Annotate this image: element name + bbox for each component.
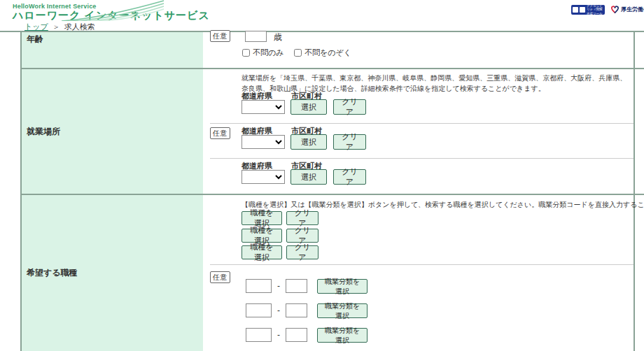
job-select-button[interactable]: 職種を選択 <box>241 245 282 259</box>
accessibility-text-icon <box>580 7 585 13</box>
age-row-label: 年齢 <box>27 34 43 44</box>
accessibility-tool-badge[interactable]: アクセシビリティ閲覧支援ツール <box>571 5 605 15</box>
location-row-label: 就業場所 <box>27 126 60 138</box>
classification-select-button[interactable]: 職業分類を選択 <box>317 328 368 343</box>
job-clear-button[interactable]: クリア <box>286 211 318 225</box>
municipality-clear-button[interactable]: クリア <box>333 134 366 150</box>
page: HelloWork Internet Service ハローワーク インターネッ… <box>0 0 644 351</box>
optional-badge: 任意 <box>210 127 230 139</box>
code-separator: - <box>277 281 280 291</box>
classification-code-input-major[interactable] <box>246 303 272 317</box>
age-unit-label: 歳 <box>274 31 282 43</box>
age-row-label-cell: 年齢 <box>22 32 203 68</box>
optional-badge: 任意 <box>210 271 230 283</box>
accessibility-badge-label: アクセシビリティ閲覧支援ツール <box>587 4 603 15</box>
municipality-select-button[interactable]: 選択 <box>290 134 327 150</box>
job-clear-button[interactable]: クリア <box>286 229 318 243</box>
job-clear-button[interactable]: クリア <box>286 245 318 259</box>
job-select-button[interactable]: 職種を選択 <box>241 229 282 243</box>
age-fumon-only-label: 不問のみ <box>253 48 284 58</box>
mhlw-heart-icon <box>610 5 620 14</box>
breadcrumb-separator: ＞ <box>52 22 60 31</box>
municipality-clear-button[interactable]: クリア <box>333 169 366 185</box>
age-fumon-exclude-checkbox[interactable] <box>294 49 302 57</box>
location-row-label-cell: 就業場所 <box>22 69 203 194</box>
classification-code-input-major[interactable] <box>246 328 272 342</box>
optional-badge: 任意 <box>210 30 230 42</box>
municipality-clear-button[interactable]: クリア <box>333 99 366 115</box>
occupation-row-label: 希望する職種 <box>27 267 78 279</box>
table-right-border <box>634 31 635 351</box>
code-separator: - <box>277 330 280 340</box>
prefecture-select[interactable] <box>241 135 285 149</box>
prefecture-select[interactable] <box>241 170 285 184</box>
prefecture-select[interactable] <box>241 100 285 114</box>
municipality-select-button[interactable]: 選択 <box>290 99 327 115</box>
occupation-row-label-cell: 希望する職種 <box>22 195 203 351</box>
mhlw-logo-label: 厚生労働省 <box>621 6 644 13</box>
age-fumon-only-checkbox[interactable] <box>242 49 250 57</box>
age-input[interactable] <box>245 31 267 42</box>
job-select-button[interactable]: 職種を選択 <box>241 211 282 225</box>
classification-select-button[interactable]: 職業分類を選択 <box>317 279 368 294</box>
block-separator <box>210 264 634 265</box>
classification-code-input-minor[interactable] <box>286 328 307 342</box>
code-separator: - <box>277 306 280 315</box>
classification-select-button[interactable]: 職業分類を選択 <box>317 303 368 318</box>
block-separator <box>210 158 634 159</box>
classification-code-input-major[interactable] <box>246 279 272 293</box>
block-separator <box>210 123 634 124</box>
mhlw-logo[interactable]: 厚生労働省 <box>610 5 644 14</box>
breadcrumb-current: 求人検索 <box>64 22 95 31</box>
age-fumon-exclude-label: 不問をのぞく <box>304 48 351 58</box>
classification-code-input-minor[interactable] <box>286 279 307 293</box>
accessibility-speaker-icon <box>573 7 578 13</box>
municipality-select-button[interactable]: 選択 <box>290 169 327 185</box>
decorative-swoosh-lines <box>60 0 165 21</box>
breadcrumb-home-link[interactable]: トップ <box>24 22 48 31</box>
classification-code-input-minor[interactable] <box>286 303 307 317</box>
